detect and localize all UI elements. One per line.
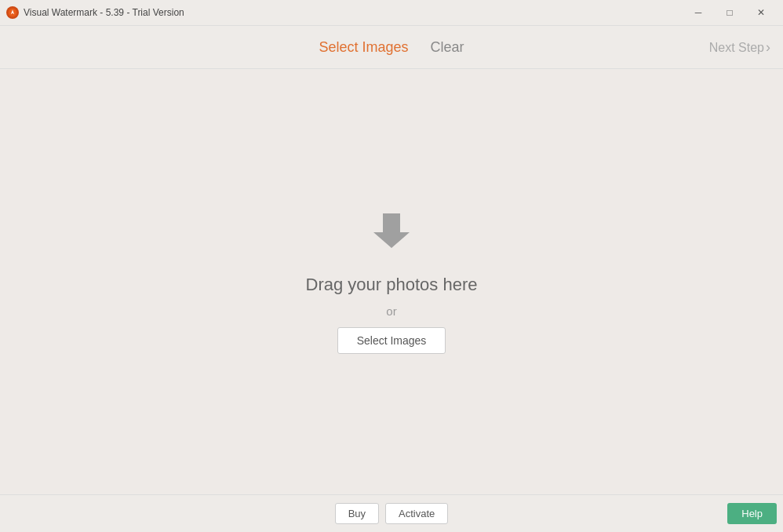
toolbar: Select Images Clear Next Step ›	[0, 25, 783, 69]
arrow-down-icon	[370, 210, 413, 253]
minimize-button[interactable]: ─	[683, 0, 714, 25]
title-bar-left: Visual Watermark - 5.39 - Trial Version	[6, 6, 184, 19]
buy-button[interactable]: Buy	[335, 503, 379, 524]
svg-marker-2	[373, 213, 410, 248]
clear-toolbar-button[interactable]: Clear	[424, 36, 471, 59]
bottom-bar: Buy Activate Help	[0, 494, 783, 532]
maximize-button[interactable]: □	[714, 0, 745, 25]
app-title: Visual Watermark - 5.39 - Trial Version	[24, 7, 184, 18]
title-bar: Visual Watermark - 5.39 - Trial Version …	[0, 0, 783, 25]
activate-button[interactable]: Activate	[385, 503, 448, 524]
toolbar-right: Next Step ›	[703, 36, 783, 59]
toolbar-center: Select Images Clear	[312, 36, 470, 59]
select-images-main-button[interactable]: Select Images	[337, 327, 446, 354]
select-images-toolbar-button[interactable]: Select Images	[312, 36, 414, 59]
chevron-right-icon: ›	[766, 39, 770, 56]
window-controls: ─ □ ✕	[683, 0, 777, 25]
arrow-down-container	[370, 210, 413, 256]
close-button[interactable]: ✕	[745, 0, 777, 25]
main-content: Drag your photos here or Select Images	[0, 69, 783, 494]
next-step-button[interactable]: Next Step ›	[703, 36, 777, 59]
drag-text: Drag your photos here	[306, 275, 478, 295]
next-step-label: Next Step	[709, 40, 764, 54]
or-text: or	[386, 304, 396, 318]
help-button[interactable]: Help	[727, 503, 777, 524]
app-icon	[6, 6, 19, 19]
